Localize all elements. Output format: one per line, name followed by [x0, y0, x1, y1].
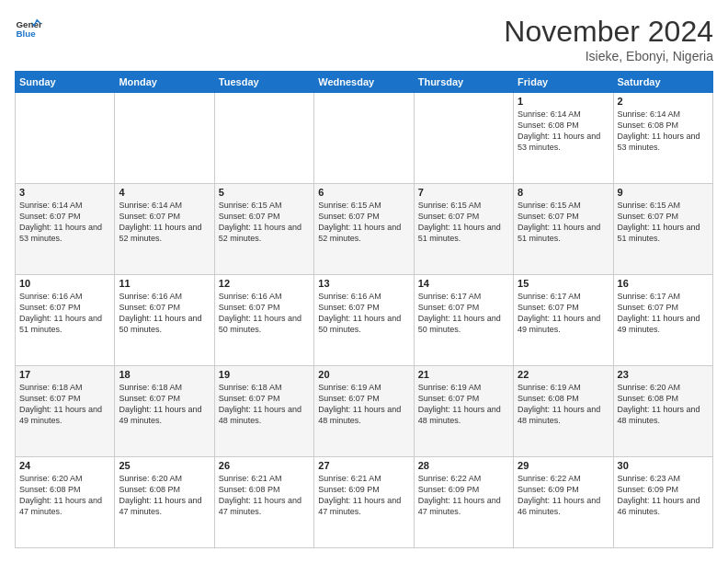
weekday-header: Sunday — [16, 72, 115, 93]
calendar-cell: 26Sunrise: 6:21 AM Sunset: 6:08 PM Dayli… — [214, 457, 313, 548]
day-number: 18 — [119, 369, 210, 380]
calendar-cell: 7Sunrise: 6:15 AM Sunset: 6:07 PM Daylig… — [414, 184, 513, 275]
day-number: 13 — [318, 278, 409, 289]
day-number: 4 — [119, 187, 210, 198]
day-info: Sunrise: 6:15 AM Sunset: 6:07 PM Dayligh… — [219, 200, 310, 245]
day-info: Sunrise: 6:16 AM Sunset: 6:07 PM Dayligh… — [219, 291, 310, 336]
day-info: Sunrise: 6:19 AM Sunset: 6:07 PM Dayligh… — [318, 382, 409, 427]
calendar-cell — [314, 93, 414, 184]
calendar-cell: 9Sunrise: 6:15 AM Sunset: 6:07 PM Daylig… — [613, 184, 712, 275]
day-info: Sunrise: 6:16 AM Sunset: 6:07 PM Dayligh… — [318, 291, 409, 336]
day-info: Sunrise: 6:16 AM Sunset: 6:07 PM Dayligh… — [119, 291, 210, 336]
day-info: Sunrise: 6:23 AM Sunset: 6:09 PM Dayligh… — [618, 473, 709, 518]
day-number: 12 — [219, 278, 310, 289]
day-number: 6 — [318, 187, 409, 198]
calendar-cell: 20Sunrise: 6:19 AM Sunset: 6:07 PM Dayli… — [314, 366, 414, 457]
weekday-header: Tuesday — [214, 72, 313, 93]
day-number: 14 — [418, 278, 509, 289]
title-block: November 2024 Isieke, Ebonyi, Nigeria — [504, 15, 713, 63]
day-info: Sunrise: 6:17 AM Sunset: 6:07 PM Dayligh… — [618, 291, 709, 336]
calendar-table: SundayMondayTuesdayWednesdayThursdayFrid… — [15, 71, 713, 548]
calendar-week-row: 17Sunrise: 6:18 AM Sunset: 6:07 PM Dayli… — [16, 366, 713, 457]
day-number: 22 — [518, 369, 609, 380]
day-info: Sunrise: 6:22 AM Sunset: 6:09 PM Dayligh… — [418, 473, 509, 518]
day-number: 7 — [418, 187, 509, 198]
logo: General Blue — [15, 15, 42, 42]
calendar-cell: 17Sunrise: 6:18 AM Sunset: 6:07 PM Dayli… — [16, 366, 115, 457]
day-number: 9 — [618, 187, 709, 198]
day-info: Sunrise: 6:14 AM Sunset: 6:08 PM Dayligh… — [518, 109, 609, 154]
day-info: Sunrise: 6:19 AM Sunset: 6:08 PM Dayligh… — [518, 382, 609, 427]
calendar-cell: 27Sunrise: 6:21 AM Sunset: 6:09 PM Dayli… — [314, 457, 414, 548]
day-number: 26 — [219, 460, 310, 471]
day-info: Sunrise: 6:22 AM Sunset: 6:09 PM Dayligh… — [518, 473, 609, 518]
day-number: 29 — [518, 460, 609, 471]
calendar-header-row: SundayMondayTuesdayWednesdayThursdayFrid… — [16, 72, 713, 93]
day-number: 25 — [119, 460, 210, 471]
calendar-cell: 13Sunrise: 6:16 AM Sunset: 6:07 PM Dayli… — [314, 275, 414, 366]
calendar-cell: 15Sunrise: 6:17 AM Sunset: 6:07 PM Dayli… — [514, 275, 613, 366]
calendar-cell: 19Sunrise: 6:18 AM Sunset: 6:07 PM Dayli… — [214, 366, 313, 457]
calendar-cell: 14Sunrise: 6:17 AM Sunset: 6:07 PM Dayli… — [414, 275, 513, 366]
calendar-cell: 21Sunrise: 6:19 AM Sunset: 6:07 PM Dayli… — [414, 366, 513, 457]
day-number: 27 — [318, 460, 409, 471]
calendar-cell: 25Sunrise: 6:20 AM Sunset: 6:08 PM Dayli… — [115, 457, 214, 548]
day-number: 21 — [418, 369, 509, 380]
day-number: 30 — [618, 460, 709, 471]
day-number: 2 — [618, 96, 709, 107]
calendar-cell: 22Sunrise: 6:19 AM Sunset: 6:08 PM Dayli… — [514, 366, 613, 457]
calendar-cell: 23Sunrise: 6:20 AM Sunset: 6:08 PM Dayli… — [613, 366, 712, 457]
day-number: 20 — [318, 369, 409, 380]
day-number: 5 — [219, 187, 310, 198]
calendar-week-row: 24Sunrise: 6:20 AM Sunset: 6:08 PM Dayli… — [16, 457, 713, 548]
svg-text:Blue: Blue — [17, 29, 37, 39]
calendar-cell: 11Sunrise: 6:16 AM Sunset: 6:07 PM Dayli… — [115, 275, 214, 366]
weekday-header: Wednesday — [314, 72, 414, 93]
calendar-cell: 3Sunrise: 6:14 AM Sunset: 6:07 PM Daylig… — [16, 184, 115, 275]
calendar-cell: 2Sunrise: 6:14 AM Sunset: 6:08 PM Daylig… — [613, 93, 712, 184]
calendar-cell: 1Sunrise: 6:14 AM Sunset: 6:08 PM Daylig… — [514, 93, 613, 184]
calendar-cell: 10Sunrise: 6:16 AM Sunset: 6:07 PM Dayli… — [16, 275, 115, 366]
weekday-header: Monday — [115, 72, 214, 93]
calendar-cell: 6Sunrise: 6:15 AM Sunset: 6:07 PM Daylig… — [314, 184, 414, 275]
calendar-cell: 12Sunrise: 6:16 AM Sunset: 6:07 PM Dayli… — [214, 275, 313, 366]
page: General Blue November 2024 Isieke, Ebony… — [0, 0, 728, 563]
day-info: Sunrise: 6:14 AM Sunset: 6:07 PM Dayligh… — [119, 200, 210, 245]
calendar-cell: 8Sunrise: 6:15 AM Sunset: 6:07 PM Daylig… — [514, 184, 613, 275]
day-number: 28 — [418, 460, 509, 471]
day-info: Sunrise: 6:20 AM Sunset: 6:08 PM Dayligh… — [19, 473, 110, 518]
month-title: November 2024 — [504, 15, 713, 49]
calendar-cell: 16Sunrise: 6:17 AM Sunset: 6:07 PM Dayli… — [613, 275, 712, 366]
weekday-header: Friday — [514, 72, 613, 93]
day-number: 8 — [518, 187, 609, 198]
day-number: 11 — [119, 278, 210, 289]
calendar-cell: 29Sunrise: 6:22 AM Sunset: 6:09 PM Dayli… — [514, 457, 613, 548]
logo-icon: General Blue — [15, 15, 42, 42]
day-info: Sunrise: 6:20 AM Sunset: 6:08 PM Dayligh… — [618, 382, 709, 427]
calendar-cell: 28Sunrise: 6:22 AM Sunset: 6:09 PM Dayli… — [414, 457, 513, 548]
day-info: Sunrise: 6:20 AM Sunset: 6:08 PM Dayligh… — [119, 473, 210, 518]
calendar-week-row: 1Sunrise: 6:14 AM Sunset: 6:08 PM Daylig… — [16, 93, 713, 184]
weekday-header: Thursday — [414, 72, 513, 93]
day-info: Sunrise: 6:17 AM Sunset: 6:07 PM Dayligh… — [418, 291, 509, 336]
day-number: 15 — [518, 278, 609, 289]
calendar-cell: 30Sunrise: 6:23 AM Sunset: 6:09 PM Dayli… — [613, 457, 712, 548]
day-number: 1 — [518, 96, 609, 107]
day-info: Sunrise: 6:15 AM Sunset: 6:07 PM Dayligh… — [618, 200, 709, 245]
day-info: Sunrise: 6:19 AM Sunset: 6:07 PM Dayligh… — [418, 382, 509, 427]
day-info: Sunrise: 6:18 AM Sunset: 6:07 PM Dayligh… — [119, 382, 210, 427]
calendar-cell: 5Sunrise: 6:15 AM Sunset: 6:07 PM Daylig… — [214, 184, 313, 275]
calendar-cell: 18Sunrise: 6:18 AM Sunset: 6:07 PM Dayli… — [115, 366, 214, 457]
calendar-cell — [414, 93, 513, 184]
day-number: 24 — [19, 460, 110, 471]
day-info: Sunrise: 6:21 AM Sunset: 6:08 PM Dayligh… — [219, 473, 310, 518]
day-number: 16 — [618, 278, 709, 289]
day-info: Sunrise: 6:15 AM Sunset: 6:07 PM Dayligh… — [418, 200, 509, 245]
calendar-week-row: 10Sunrise: 6:16 AM Sunset: 6:07 PM Dayli… — [16, 275, 713, 366]
day-info: Sunrise: 6:21 AM Sunset: 6:09 PM Dayligh… — [318, 473, 409, 518]
calendar-week-row: 3Sunrise: 6:14 AM Sunset: 6:07 PM Daylig… — [16, 184, 713, 275]
day-info: Sunrise: 6:18 AM Sunset: 6:07 PM Dayligh… — [219, 382, 310, 427]
day-number: 23 — [618, 369, 709, 380]
day-info: Sunrise: 6:15 AM Sunset: 6:07 PM Dayligh… — [518, 200, 609, 245]
day-number: 17 — [19, 369, 110, 380]
